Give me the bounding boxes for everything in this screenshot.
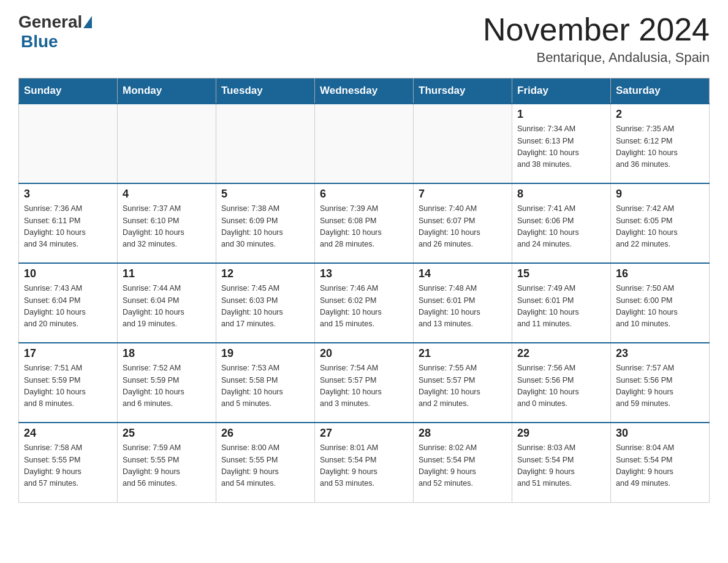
day-number: 19 bbox=[221, 347, 309, 360]
day-number: 28 bbox=[419, 427, 507, 440]
logo-triangle-icon bbox=[83, 16, 92, 28]
calendar-day-cell: 19Sunrise: 7:53 AM Sunset: 5:58 PM Dayli… bbox=[216, 343, 315, 423]
calendar-day-cell bbox=[118, 104, 216, 183]
calendar-day-cell: 12Sunrise: 7:45 AM Sunset: 6:03 PM Dayli… bbox=[216, 263, 315, 343]
day-number: 20 bbox=[320, 347, 408, 360]
calendar-day-header: Monday bbox=[118, 79, 216, 104]
calendar-day-cell: 17Sunrise: 7:51 AM Sunset: 5:59 PM Dayli… bbox=[19, 343, 118, 423]
day-number: 4 bbox=[123, 188, 211, 201]
day-number: 24 bbox=[24, 427, 112, 440]
day-number: 29 bbox=[517, 427, 605, 440]
calendar-day-cell bbox=[414, 104, 512, 183]
day-info: Sunrise: 7:34 AM Sunset: 6:13 PM Dayligh… bbox=[517, 123, 605, 171]
calendar-day-cell: 20Sunrise: 7:54 AM Sunset: 5:57 PM Dayli… bbox=[315, 343, 414, 423]
day-info: Sunrise: 7:40 AM Sunset: 6:07 PM Dayligh… bbox=[419, 203, 507, 251]
day-info: Sunrise: 7:51 AM Sunset: 5:59 PM Dayligh… bbox=[24, 362, 112, 410]
calendar-day-header: Friday bbox=[512, 79, 611, 104]
calendar-day-cell: 26Sunrise: 8:00 AM Sunset: 5:55 PM Dayli… bbox=[216, 423, 315, 502]
day-info: Sunrise: 7:48 AM Sunset: 6:01 PM Dayligh… bbox=[419, 283, 507, 331]
day-number: 11 bbox=[123, 267, 211, 280]
day-info: Sunrise: 7:50 AM Sunset: 6:00 PM Dayligh… bbox=[616, 283, 704, 331]
day-number: 16 bbox=[616, 267, 704, 280]
day-info: Sunrise: 7:38 AM Sunset: 6:09 PM Dayligh… bbox=[221, 203, 309, 251]
day-number: 7 bbox=[419, 188, 507, 201]
calendar-day-cell: 8Sunrise: 7:41 AM Sunset: 6:06 PM Daylig… bbox=[512, 183, 611, 263]
day-number: 1 bbox=[517, 108, 605, 121]
calendar-week-row: 1Sunrise: 7:34 AM Sunset: 6:13 PM Daylig… bbox=[19, 104, 710, 183]
calendar-day-cell: 13Sunrise: 7:46 AM Sunset: 6:02 PM Dayli… bbox=[315, 263, 414, 343]
day-info: Sunrise: 8:01 AM Sunset: 5:54 PM Dayligh… bbox=[320, 442, 408, 490]
day-info: Sunrise: 7:57 AM Sunset: 5:56 PM Dayligh… bbox=[616, 362, 704, 410]
calendar-day-cell: 27Sunrise: 8:01 AM Sunset: 5:54 PM Dayli… bbox=[315, 423, 414, 502]
logo-blue-text: Blue bbox=[21, 32, 58, 51]
title-block: November 2024 Bentarique, Andalusia, Spa… bbox=[483, 12, 710, 66]
calendar-day-cell: 30Sunrise: 8:04 AM Sunset: 5:54 PM Dayli… bbox=[611, 423, 710, 502]
calendar-day-cell: 9Sunrise: 7:42 AM Sunset: 6:05 PM Daylig… bbox=[611, 183, 710, 263]
calendar-week-row: 24Sunrise: 7:58 AM Sunset: 5:55 PM Dayli… bbox=[19, 423, 710, 502]
day-number: 9 bbox=[616, 188, 704, 201]
day-info: Sunrise: 7:46 AM Sunset: 6:02 PM Dayligh… bbox=[320, 283, 408, 331]
day-info: Sunrise: 7:53 AM Sunset: 5:58 PM Dayligh… bbox=[221, 362, 309, 410]
day-info: Sunrise: 7:36 AM Sunset: 6:11 PM Dayligh… bbox=[24, 203, 112, 251]
day-number: 21 bbox=[419, 347, 507, 360]
calendar-day-cell: 22Sunrise: 7:56 AM Sunset: 5:56 PM Dayli… bbox=[512, 343, 611, 423]
calendar-day-cell: 6Sunrise: 7:39 AM Sunset: 6:08 PM Daylig… bbox=[315, 183, 414, 263]
calendar-day-cell: 18Sunrise: 7:52 AM Sunset: 5:59 PM Dayli… bbox=[118, 343, 216, 423]
calendar-day-cell: 11Sunrise: 7:44 AM Sunset: 6:04 PM Dayli… bbox=[118, 263, 216, 343]
day-number: 5 bbox=[221, 188, 309, 201]
calendar-day-cell: 4Sunrise: 7:37 AM Sunset: 6:10 PM Daylig… bbox=[118, 183, 216, 263]
month-title: November 2024 bbox=[483, 12, 710, 47]
day-number: 10 bbox=[24, 267, 112, 280]
calendar-day-cell: 15Sunrise: 7:49 AM Sunset: 6:01 PM Dayli… bbox=[512, 263, 611, 343]
day-info: Sunrise: 7:43 AM Sunset: 6:04 PM Dayligh… bbox=[24, 283, 112, 331]
calendar-day-header: Sunday bbox=[19, 79, 118, 104]
calendar-week-row: 17Sunrise: 7:51 AM Sunset: 5:59 PM Dayli… bbox=[19, 343, 710, 423]
day-info: Sunrise: 7:59 AM Sunset: 5:55 PM Dayligh… bbox=[123, 442, 211, 490]
day-info: Sunrise: 7:39 AM Sunset: 6:08 PM Dayligh… bbox=[320, 203, 408, 251]
calendar-week-row: 3Sunrise: 7:36 AM Sunset: 6:11 PM Daylig… bbox=[19, 183, 710, 263]
calendar-day-cell: 29Sunrise: 8:03 AM Sunset: 5:54 PM Dayli… bbox=[512, 423, 611, 502]
day-info: Sunrise: 7:54 AM Sunset: 5:57 PM Dayligh… bbox=[320, 362, 408, 410]
calendar-day-cell: 10Sunrise: 7:43 AM Sunset: 6:04 PM Dayli… bbox=[19, 263, 118, 343]
day-info: Sunrise: 7:41 AM Sunset: 6:06 PM Dayligh… bbox=[517, 203, 605, 251]
day-info: Sunrise: 7:42 AM Sunset: 6:05 PM Dayligh… bbox=[616, 203, 704, 251]
calendar-day-header: Thursday bbox=[414, 79, 512, 104]
day-info: Sunrise: 7:58 AM Sunset: 5:55 PM Dayligh… bbox=[24, 442, 112, 490]
calendar-day-cell: 24Sunrise: 7:58 AM Sunset: 5:55 PM Dayli… bbox=[19, 423, 118, 502]
day-number: 25 bbox=[123, 427, 211, 440]
calendar-day-cell bbox=[19, 104, 118, 183]
day-number: 22 bbox=[517, 347, 605, 360]
calendar-table: SundayMondayTuesdayWednesdayThursdayFrid… bbox=[18, 78, 710, 503]
calendar-day-header: Tuesday bbox=[216, 79, 315, 104]
calendar-day-cell: 21Sunrise: 7:55 AM Sunset: 5:57 PM Dayli… bbox=[414, 343, 512, 423]
day-number: 26 bbox=[221, 427, 309, 440]
day-info: Sunrise: 7:49 AM Sunset: 6:01 PM Dayligh… bbox=[517, 283, 605, 331]
calendar-day-cell bbox=[315, 104, 414, 183]
day-info: Sunrise: 8:04 AM Sunset: 5:54 PM Dayligh… bbox=[616, 442, 704, 490]
day-number: 23 bbox=[616, 347, 704, 360]
day-info: Sunrise: 8:03 AM Sunset: 5:54 PM Dayligh… bbox=[517, 442, 605, 490]
logo: General Blue bbox=[18, 12, 93, 52]
calendar-day-cell: 16Sunrise: 7:50 AM Sunset: 6:00 PM Dayli… bbox=[611, 263, 710, 343]
day-number: 15 bbox=[517, 267, 605, 280]
day-number: 8 bbox=[517, 188, 605, 201]
day-number: 18 bbox=[123, 347, 211, 360]
calendar-day-cell: 28Sunrise: 8:02 AM Sunset: 5:54 PM Dayli… bbox=[414, 423, 512, 502]
day-info: Sunrise: 7:35 AM Sunset: 6:12 PM Dayligh… bbox=[616, 123, 704, 171]
day-number: 27 bbox=[320, 427, 408, 440]
day-info: Sunrise: 7:45 AM Sunset: 6:03 PM Dayligh… bbox=[221, 283, 309, 331]
calendar-header-row: SundayMondayTuesdayWednesdayThursdayFrid… bbox=[19, 79, 710, 104]
day-info: Sunrise: 7:52 AM Sunset: 5:59 PM Dayligh… bbox=[123, 362, 211, 410]
calendar-day-cell: 3Sunrise: 7:36 AM Sunset: 6:11 PM Daylig… bbox=[19, 183, 118, 263]
calendar-day-cell bbox=[216, 104, 315, 183]
day-number: 2 bbox=[616, 108, 704, 121]
day-info: Sunrise: 8:00 AM Sunset: 5:55 PM Dayligh… bbox=[221, 442, 309, 490]
day-number: 13 bbox=[320, 267, 408, 280]
calendar-week-row: 10Sunrise: 7:43 AM Sunset: 6:04 PM Dayli… bbox=[19, 263, 710, 343]
day-number: 6 bbox=[320, 188, 408, 201]
calendar-day-cell: 2Sunrise: 7:35 AM Sunset: 6:12 PM Daylig… bbox=[611, 104, 710, 183]
day-info: Sunrise: 7:56 AM Sunset: 5:56 PM Dayligh… bbox=[517, 362, 605, 410]
day-info: Sunrise: 7:55 AM Sunset: 5:57 PM Dayligh… bbox=[419, 362, 507, 410]
day-info: Sunrise: 7:44 AM Sunset: 6:04 PM Dayligh… bbox=[123, 283, 211, 331]
day-number: 14 bbox=[419, 267, 507, 280]
